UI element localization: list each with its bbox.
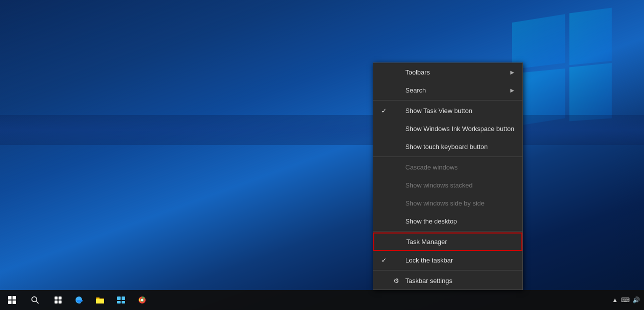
menu-item-label-show-desktop: Show the desktop bbox=[405, 218, 457, 225]
svg-rect-6 bbox=[55, 296, 58, 300]
tray-chevron[interactable]: ▲ bbox=[612, 296, 618, 304]
menu-item-label-show-stacked: Show windows stacked bbox=[405, 182, 472, 189]
tray-keyboard-icon[interactable]: ⌨ bbox=[621, 296, 629, 304]
taskbar-pinned-icons bbox=[48, 290, 152, 310]
svg-rect-7 bbox=[59, 296, 62, 300]
svg-marker-0 bbox=[512, 14, 565, 70]
menu-item-label-show-task-view: Show Task View button bbox=[405, 107, 472, 114]
svg-marker-1 bbox=[569, 8, 612, 66]
task-view-icon bbox=[54, 296, 62, 304]
desktop bbox=[0, 0, 644, 310]
menu-item-show-side-by-side: Show windows side by side bbox=[373, 194, 522, 212]
chrome-icon bbox=[138, 296, 147, 304]
menu-item-lock-taskbar[interactable]: ✓Lock the taskbar bbox=[373, 251, 522, 269]
submenu-arrow-search: ▶ bbox=[510, 88, 514, 93]
chrome-button[interactable] bbox=[132, 290, 152, 310]
tray-icons: ▲ ⌨ 🔊 bbox=[612, 296, 640, 304]
context-menu: Toolbars▶Search▶✓Show Task View buttonSh… bbox=[373, 62, 523, 290]
search-icon bbox=[31, 296, 39, 304]
menu-item-label-cascade-windows: Cascade windows bbox=[405, 164, 458, 171]
task-view-button[interactable] bbox=[48, 290, 68, 310]
menu-item-search[interactable]: Search▶ bbox=[373, 81, 522, 99]
svg-rect-12 bbox=[96, 299, 104, 304]
settings-taskbar-icon bbox=[117, 296, 126, 304]
file-explorer-button[interactable] bbox=[90, 290, 110, 310]
gear-icon-taskbar-settings: ⚙ bbox=[393, 277, 403, 284]
check-icon-show-task-view: ✓ bbox=[381, 107, 391, 114]
menu-item-label-lock-taskbar: Lock the taskbar bbox=[405, 256, 453, 264]
svg-marker-3 bbox=[569, 63, 612, 121]
svg-line-5 bbox=[37, 302, 39, 304]
menu-item-task-manager[interactable]: Task Manager bbox=[373, 232, 522, 251]
menu-separator-after-show-desktop bbox=[373, 231, 522, 232]
menu-separator-after-search bbox=[373, 100, 522, 100]
menu-item-show-desktop[interactable]: Show the desktop bbox=[373, 212, 522, 230]
menu-separator-after-show-touch-keyboard bbox=[373, 156, 522, 157]
menu-item-cascade-windows: Cascade windows bbox=[373, 158, 522, 176]
menu-item-label-task-manager: Task Manager bbox=[406, 238, 447, 246]
menu-item-show-stacked: Show windows stacked bbox=[373, 176, 522, 194]
start-icon bbox=[8, 296, 16, 304]
svg-point-18 bbox=[141, 299, 144, 302]
tray-volume-icon[interactable]: 🔊 bbox=[632, 296, 640, 304]
file-explorer-icon bbox=[96, 296, 105, 304]
svg-rect-10 bbox=[96, 298, 100, 298]
svg-rect-13 bbox=[117, 296, 121, 300]
menu-item-show-touch-keyboard[interactable]: Show touch keyboard button bbox=[373, 138, 522, 156]
menu-item-toolbars[interactable]: Toolbars▶ bbox=[373, 63, 522, 81]
check-icon-lock-taskbar: ✓ bbox=[381, 256, 391, 264]
edge-button[interactable] bbox=[69, 290, 89, 310]
start-button[interactable] bbox=[0, 290, 24, 310]
menu-item-taskbar-settings[interactable]: ⚙Taskbar settings bbox=[373, 272, 522, 290]
menu-item-show-ink-workspace[interactable]: Show Windows Ink Workspace button bbox=[373, 120, 522, 138]
menu-separator-after-lock-taskbar bbox=[373, 270, 522, 270]
svg-rect-9 bbox=[59, 300, 62, 304]
submenu-arrow-toolbars: ▶ bbox=[510, 70, 514, 75]
system-tray: ▲ ⌨ 🔊 bbox=[612, 296, 644, 304]
edge-icon bbox=[75, 296, 84, 304]
desktop-line bbox=[0, 115, 644, 145]
svg-rect-15 bbox=[117, 301, 121, 304]
settings-button[interactable] bbox=[111, 290, 131, 310]
menu-item-label-show-side-by-side: Show windows side by side bbox=[405, 200, 484, 207]
svg-rect-8 bbox=[55, 300, 58, 304]
svg-rect-16 bbox=[122, 301, 125, 304]
menu-item-label-show-touch-keyboard: Show touch keyboard button bbox=[405, 143, 488, 150]
menu-item-show-task-view[interactable]: ✓Show Task View button bbox=[373, 102, 522, 120]
menu-item-label-search: Search bbox=[405, 86, 426, 94]
svg-point-4 bbox=[32, 297, 37, 302]
menu-item-label-show-ink-workspace: Show Windows Ink Workspace button bbox=[405, 125, 514, 132]
taskbar-search-button[interactable] bbox=[24, 290, 46, 310]
menu-item-label-toolbars: Toolbars bbox=[405, 68, 430, 76]
taskbar: ▲ ⌨ 🔊 bbox=[0, 290, 644, 310]
menu-item-label-taskbar-settings: Taskbar settings bbox=[405, 277, 452, 284]
svg-rect-14 bbox=[122, 296, 125, 300]
